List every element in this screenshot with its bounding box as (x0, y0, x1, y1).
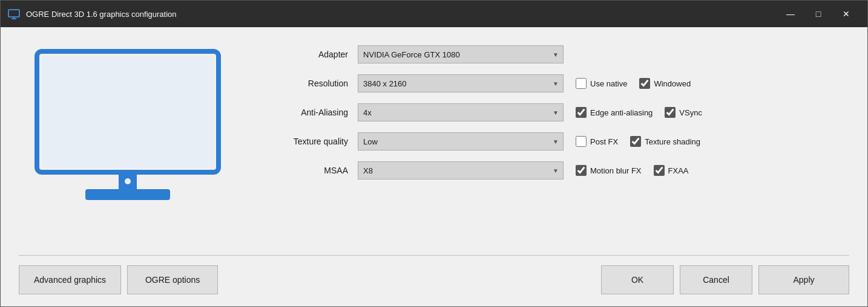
svg-rect-0 (8, 10, 19, 17)
svg-rect-6 (85, 189, 170, 200)
monitor-container (19, 39, 237, 215)
fxaa-item[interactable]: FXAA (654, 165, 689, 176)
antialiasing-checkboxes: Edge anti-aliasing VSync (576, 107, 702, 118)
ogre-options-button[interactable]: OGRE options (127, 265, 218, 294)
post-fx-label: Post FX (590, 137, 618, 146)
edge-antialiasing-item[interactable]: Edge anti-aliasing (576, 107, 653, 118)
resolution-checkboxes: Use native Windowed (576, 78, 691, 89)
edge-antialiasing-checkbox[interactable] (576, 107, 587, 118)
msaa-row: MSAA None X2 X4 X8 ▼ Motion blu (261, 161, 849, 179)
vsync-item[interactable]: VSync (665, 107, 702, 118)
main-area: Adapter NVIDIA GeForce GTX 1080 Intel HD… (19, 39, 849, 251)
svg-point-7 (125, 178, 131, 184)
edge-antialiasing-label: Edge anti-aliasing (590, 108, 653, 117)
resolution-select[interactable]: 3840 x 2160 2560 x 1440 1920 x 1080 1280… (358, 74, 564, 92)
post-fx-item[interactable]: Post FX (576, 136, 618, 147)
close-button[interactable]: ✕ (832, 1, 860, 27)
use-native-item[interactable]: Use native (576, 78, 627, 89)
maximize-button[interactable]: □ (804, 1, 832, 27)
adapter-label: Adapter (261, 50, 358, 59)
adapter-select[interactable]: NVIDIA GeForce GTX 1080 Intel HD Graphic… (358, 45, 564, 63)
vsync-label: VSync (679, 108, 702, 117)
ok-button[interactable]: OK (601, 265, 674, 294)
texture-shading-item[interactable]: Texture shading (630, 136, 700, 147)
msaa-checkboxes: Motion blur FX FXAA (576, 165, 689, 176)
adapter-select-wrapper: NVIDIA GeForce GTX 1080 Intel HD Graphic… (358, 45, 564, 63)
use-native-checkbox[interactable] (576, 78, 587, 89)
bottom-bar: Advanced graphics OGRE options OK Cancel… (19, 259, 849, 294)
titlebar: OGRE Direct 3D 1.6 graphics configuratio… (1, 1, 867, 27)
vsync-checkbox[interactable] (665, 107, 676, 118)
resolution-select-wrapper: 3840 x 2160 2560 x 1440 1920 x 1080 1280… (358, 74, 564, 92)
antialiasing-label: Anti-Aliasing (261, 108, 358, 117)
fxaa-checkbox[interactable] (654, 165, 665, 176)
windowed-item[interactable]: Windowed (639, 78, 691, 89)
resolution-label: Resolution (261, 79, 358, 88)
main-window: OGRE Direct 3D 1.6 graphics configuratio… (0, 0, 868, 307)
texture-quality-select[interactable]: Low Medium High Ultra (358, 132, 564, 150)
msaa-select[interactable]: None X2 X4 X8 (358, 161, 564, 179)
monitor-graphic (25, 45, 231, 215)
fxaa-label: FXAA (668, 166, 689, 175)
window-controls: — □ ✕ (777, 1, 860, 27)
cancel-button[interactable]: Cancel (680, 265, 752, 294)
texture-shading-label: Texture shading (645, 137, 700, 146)
windowed-checkbox[interactable] (639, 78, 650, 89)
window-title: OGRE Direct 3D 1.6 graphics configuratio… (26, 10, 777, 19)
app-icon (8, 8, 20, 20)
apply-button[interactable]: Apply (758, 265, 849, 294)
svg-rect-4 (42, 56, 214, 167)
settings-panel: Adapter NVIDIA GeForce GTX 1080 Intel HD… (261, 39, 849, 179)
advanced-graphics-button[interactable]: Advanced graphics (19, 265, 121, 294)
windowed-label: Windowed (654, 79, 691, 88)
antialiasing-row: Anti-Aliasing None 2x 4x 8x ▼ E (261, 103, 849, 121)
texture-quality-checkboxes: Post FX Texture shading (576, 136, 700, 147)
content-area: Adapter NVIDIA GeForce GTX 1080 Intel HD… (1, 27, 867, 306)
post-fx-checkbox[interactable] (576, 136, 587, 147)
adapter-row: Adapter NVIDIA GeForce GTX 1080 Intel HD… (261, 45, 849, 63)
horizontal-divider (19, 255, 849, 256)
texture-shading-checkbox[interactable] (630, 136, 641, 147)
texture-quality-select-wrapper: Low Medium High Ultra ▼ (358, 132, 564, 150)
motion-blur-checkbox[interactable] (576, 165, 587, 176)
minimize-button[interactable]: — (777, 1, 804, 27)
motion-blur-label: Motion blur FX (590, 166, 642, 175)
texture-quality-label: Texture quality (261, 137, 358, 146)
use-native-label: Use native (590, 79, 627, 88)
bottom-left-buttons: Advanced graphics OGRE options (19, 265, 218, 294)
antialiasing-select-wrapper: None 2x 4x 8x ▼ (358, 103, 564, 121)
antialiasing-select[interactable]: None 2x 4x 8x (358, 103, 564, 121)
bottom-right-buttons: OK Cancel Apply (601, 265, 849, 294)
msaa-label: MSAA (261, 166, 358, 175)
texture-quality-row: Texture quality Low Medium High Ultra ▼ (261, 132, 849, 150)
resolution-row: Resolution 3840 x 2160 2560 x 1440 1920 … (261, 74, 849, 92)
msaa-select-wrapper: None X2 X4 X8 ▼ (358, 161, 564, 179)
motion-blur-item[interactable]: Motion blur FX (576, 165, 642, 176)
